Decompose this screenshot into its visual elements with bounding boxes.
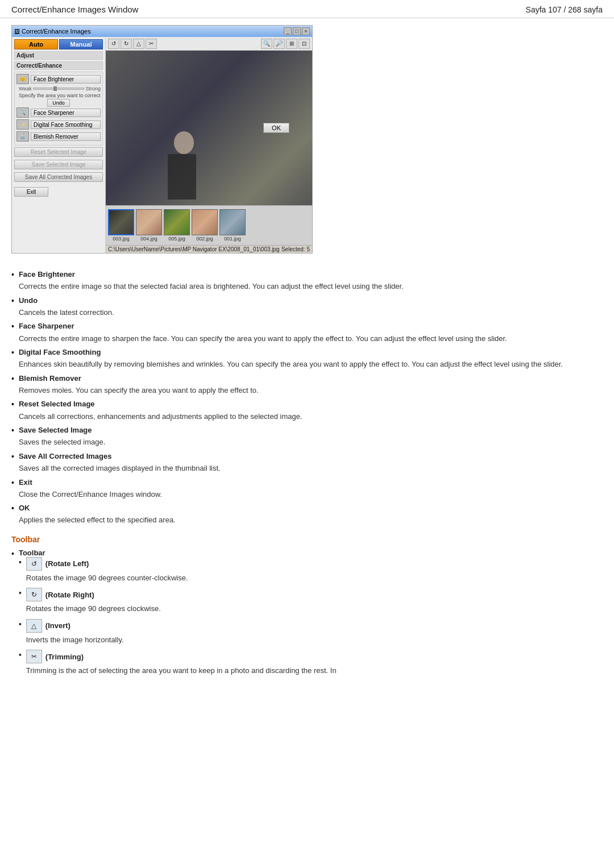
bullet-item: • Save All Corrected Images Saves all th… [11, 451, 603, 474]
bullet-desc: Cancels all corrections, enhancements an… [19, 411, 302, 422]
main-area: ↺ ↻ △ ✂ 🔍 🔎 ⊞ ⊡ OK [106, 37, 312, 253]
bullet-item: • Digital Face Smoothing Enhances skin b… [11, 347, 603, 370]
save-all-button[interactable]: Save All Corrected Images [14, 172, 103, 182]
bullet-title: Face Sharpener [19, 321, 507, 331]
thumbnail-label: 004.jpg [140, 236, 157, 242]
zoom-out-icon[interactable]: 🔎 [273, 39, 285, 49]
exit-button[interactable]: Exit [14, 187, 48, 197]
toolbar-item-label: (Rotate Left) [45, 559, 89, 568]
bullet-title: Save All Corrected Images [19, 451, 221, 462]
actual-size-icon[interactable]: ⊡ [298, 39, 310, 49]
fit-icon[interactable]: ⊞ [286, 39, 297, 49]
thumbnail-item[interactable]: 003.jpg [108, 209, 134, 242]
bullet-item: • Exit Close the Correct/Enhance Images … [11, 477, 603, 500]
blemish-remover-row: 🔬 Blemish Remover [16, 131, 101, 142]
digital-face-smoothing-button[interactable]: Digital Face Smoothing [31, 121, 101, 129]
toolbar-bullet: • Toolbar • ↺ (Rotate Left) Rotates the … [11, 549, 603, 681]
manual-button[interactable]: Manual [59, 39, 103, 49]
face-brightener-icon: 😊 [16, 74, 29, 84]
page-header: Correct/Enhance Images Window Sayfa 107 … [0, 0, 614, 18]
ok-button[interactable]: OK [263, 123, 289, 133]
thumbnail-item[interactable]: 001.jpg [219, 209, 246, 242]
bullet-desc: Applies the selected effect to the speci… [19, 514, 176, 526]
bullet-desc: Corrects the entire image to sharpen the… [19, 333, 507, 344]
bullet-title: Undo [19, 296, 114, 306]
toolbar-item: • ↺ (Rotate Left) Rotates the image 90 d… [19, 557, 337, 584]
thumbnail-image [219, 209, 246, 235]
status-bar: C:\Users\UserName\Pictures\MP Navigator … [106, 245, 312, 253]
minimize-button[interactable]: _ [284, 27, 292, 35]
status-selected: Selected: 5 [281, 246, 310, 252]
image-figure [168, 154, 196, 200]
bullet-desc: Enhances skin beautifully by removing bl… [19, 359, 563, 370]
toolbar-icons-right: 🔍 🔎 ⊞ ⊡ [261, 39, 310, 49]
bullet-title: Blemish Remover [19, 373, 259, 384]
toolbar-item-label: (Trimming) [45, 653, 84, 661]
bullet-item: • Face Brightener Corrects the entire im… [11, 269, 603, 292]
undo-button[interactable]: Undo [47, 99, 70, 107]
thumbnail-item[interactable]: 002.jpg [192, 209, 218, 242]
left-panel: Auto Manual Adjust Correct/Enhance 😊 Fac… [12, 37, 106, 253]
page-title: Correct/Enhance Images Window [11, 5, 138, 14]
thumbnail-label: 005.jpg [168, 236, 185, 242]
bullet-title: Save Selected Image [19, 425, 105, 435]
toolbar-icons-left: ↺ ↻ △ ✂ [108, 39, 157, 49]
maximize-button[interactable]: □ [293, 27, 301, 35]
reset-selected-button[interactable]: Reset Selected Image [14, 147, 103, 157]
specify-text: Specify the area you want to correct [16, 93, 101, 98]
digital-face-smoothing-row: ✨ Digital Face Smoothing [16, 119, 101, 130]
face-sharpener-row: 🔍 Face Sharpener [16, 107, 101, 118]
blemish-remover-icon: 🔬 [16, 131, 29, 142]
toolbar-item-label: (Invert) [45, 621, 70, 630]
thumbnail-label: 002.jpg [196, 236, 213, 242]
rotate-left-icon[interactable]: ↺ [108, 39, 119, 49]
thumbnail-image [192, 209, 218, 235]
thumbnail-label: 003.jpg [113, 236, 130, 242]
bullet-item: • Reset Selected Image Cancels all corre… [11, 399, 603, 422]
toolbar-item-icon: ✂ [26, 650, 42, 663]
bullet-desc: Corrects the entire image so that the se… [19, 281, 404, 292]
digital-face-smoothing-icon: ✨ [16, 119, 29, 130]
image-head [174, 131, 194, 154]
brightness-slider[interactable] [33, 88, 85, 90]
face-sharpener-icon: 🔍 [16, 107, 29, 118]
window-title: 🖼 Correct/Enhance Images [14, 28, 91, 35]
toolbar-sub-title: Toolbar [19, 549, 45, 557]
toolbar-items: • ↺ (Rotate Left) Rotates the image 90 d… [19, 557, 337, 676]
bullet-title: OK [19, 503, 176, 513]
auto-button[interactable]: Auto [14, 39, 58, 49]
thumbnail-image [108, 209, 134, 235]
toolbar-item-desc: Inverts the image horizontally. [26, 634, 124, 646]
status-path: C:\Users\UserName\Pictures\MP Navigator … [108, 246, 280, 252]
close-button[interactable]: × [302, 27, 310, 35]
bullet-desc: Saves the selected image. [19, 437, 105, 448]
bullet-desc: Saves all the corrected images displayed… [19, 463, 221, 474]
toolbar-item-icon: ↻ [26, 588, 42, 601]
window-body: Auto Manual Adjust Correct/Enhance 😊 Fac… [12, 37, 312, 253]
face-sharpener-button[interactable]: Face Sharpener [31, 109, 101, 117]
bullet-item: • OK Applies the selected effect to the … [11, 503, 603, 526]
mode-buttons: Auto Manual [14, 39, 103, 49]
slider-strong-label: Strong [85, 86, 101, 92]
thumbnail-item[interactable]: 004.jpg [136, 209, 162, 242]
zoom-in-icon[interactable]: 🔍 [261, 39, 272, 49]
page-nav: Sayfa 107 / 268 sayfa [526, 5, 603, 14]
toolbar-item-icon: ↺ [26, 557, 42, 571]
bullet-item: • Undo Cancels the latest correction. [11, 296, 603, 318]
bullet-desc: Close the Correct/Enhance Images window. [19, 489, 162, 500]
blemish-remover-button[interactable]: Blemish Remover [31, 132, 101, 141]
content-area: • Face Brightener Corrects the entire im… [0, 260, 614, 696]
bullet-desc: Removes moles. You can specify the area … [19, 385, 259, 396]
face-brightener-button[interactable]: Face Brightener [31, 75, 101, 84]
bullet-desc: Cancels the latest correction. [19, 307, 114, 318]
save-selected-button[interactable]: Save Selected Image [14, 160, 103, 169]
rotate-right-icon[interactable]: ↻ [121, 39, 132, 49]
thumbnail-item[interactable]: 005.jpg [164, 209, 190, 242]
main-toolbar: ↺ ↻ △ ✂ 🔍 🔎 ⊞ ⊡ [106, 37, 312, 51]
bullet-item: • Face Sharpener Corrects the entire ima… [11, 321, 603, 344]
bullet-title: Face Brightener [19, 269, 404, 280]
toolbar-section: Toolbar • Toolbar • ↺ (Rotate Left) Rota… [11, 535, 603, 681]
trim-icon[interactable]: ✂ [146, 39, 157, 49]
face-brightener-row: 😊 Face Brightener [16, 74, 101, 84]
invert-icon[interactable]: △ [133, 39, 144, 49]
